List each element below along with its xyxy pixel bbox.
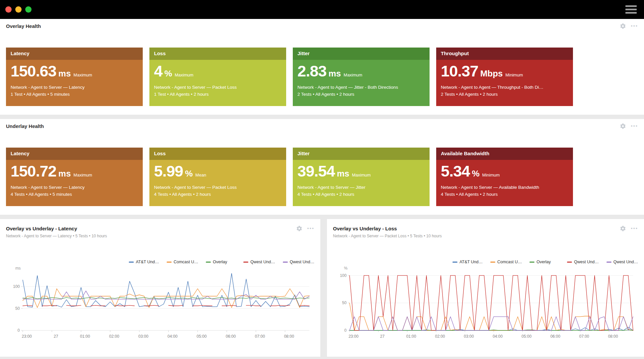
hamburger-menu-icon[interactable] [625,5,637,14]
legend-item[interactable]: Qwest Und… [567,260,599,264]
legend-color-dash [129,262,134,263]
svg-text:27: 27 [380,334,385,339]
chart-subtitle: Network - Agent to Server — Latency • 5 … [6,234,314,238]
legend-label: Qwest Und… [613,260,638,264]
chart-title: Overlay vs Underlay - Latency [6,226,77,231]
legend-label: AT&T Und… [136,260,159,264]
svg-text:08:00: 08:00 [608,334,618,339]
metric-unit: ms [58,169,71,179]
legend-item[interactable]: AT&T Und… [452,260,483,264]
legend-item[interactable]: Qwest Und… [283,260,314,264]
metric-unit: ms [337,169,350,179]
svg-text:08:00: 08:00 [284,334,294,339]
metric-qualifier: Maximum [352,173,370,178]
metric-value: 10.37 [441,62,478,80]
chart-title: Overlay vs Underlay - Loss [333,226,397,231]
card-underlay-bandwidth[interactable]: Available Bandwidth 5.34%Minimum Network… [436,148,573,206]
metric-value: 4 [154,62,162,80]
svg-text:03:00: 03:00 [138,334,149,339]
svg-text:06:00: 06:00 [226,334,236,339]
section-title: Overlay Health [6,23,41,29]
svg-text:04:00: 04:00 [493,334,503,339]
card-overlay-latency[interactable]: Latency 150.63msMaximum Network - Agent … [6,48,143,106]
metric-unit: % [185,169,193,179]
legend-color-dash [490,262,495,263]
svg-text:0: 0 [18,328,20,333]
legend-item[interactable]: Overlay [206,260,227,264]
metric-description: Network - Agent to Server — Jitter [297,184,425,191]
metric-qualifier: Maximum [73,72,92,77]
maximize-window-icon[interactable] [25,6,32,13]
legend-item[interactable]: Comcast U… [490,260,522,264]
metric-description: Network - Agent to Server — Packet Loss [154,184,282,191]
chart-legend: AT&T Und…Comcast U…OverlayQwest Und…Qwes… [333,259,638,265]
metric-qualifier: Maximum [175,72,193,77]
more-options-icon[interactable]: ••• [631,24,638,28]
card-title: Latency [6,148,143,160]
card-title: Loss [149,48,286,60]
legend-item[interactable]: Qwest Und… [243,260,275,264]
legend-item[interactable]: Overlay [529,260,551,264]
metric-description: Network - Agent to Agent — Throughput - … [441,84,568,91]
card-underlay-latency[interactable]: Latency 150.72msMaximum Network - Agent … [6,148,143,206]
card-title: Jitter [293,48,430,60]
card-underlay-loss[interactable]: Loss 5.99%Mean Network - Agent to Server… [149,148,286,206]
metric-value: 150.63 [11,62,56,80]
svg-text:50: 50 [342,300,347,305]
underlay-health-section: Underlay Health ••• Latency 150.72msMaxi… [0,119,644,215]
card-title: Throughput [436,48,573,60]
svg-text:05:00: 05:00 [522,334,531,339]
more-options-icon[interactable]: ••• [631,124,638,128]
more-options-icon[interactable]: ••• [307,227,314,230]
svg-text:0: 0 [344,328,347,333]
card-overlay-throughput[interactable]: Throughput 10.37MbpsMinimum Network - Ag… [436,48,573,106]
underlay-cards-row: Latency 150.72msMaximum Network - Agent … [6,148,638,206]
svg-text:04:00: 04:00 [167,334,178,339]
metric-qualifier: Maximum [73,173,92,178]
svg-text:07:00: 07:00 [579,334,589,339]
legend-color-dash [606,262,611,263]
card-overlay-jitter[interactable]: Jitter 2.83msMaximum Network - Agent to … [293,48,430,106]
card-underlay-jitter[interactable]: Jitter 39.54msMaximum Network - Agent to… [293,148,430,206]
legend-item[interactable]: AT&T Und… [129,260,159,264]
metric-meta: 2 Tests • All Agents • 2 hours [441,91,568,98]
more-options-icon[interactable]: ••• [631,227,638,230]
metric-meta: 4 Tests • All Agents • 2 hours [154,191,282,198]
latency-chart-panel: Overlay vs Underlay - Latency ••• Networ… [0,219,320,357]
svg-text:27: 27 [54,334,58,339]
metric-unit: Mbps [480,68,503,78]
svg-text:06:00: 06:00 [550,334,560,339]
gear-icon[interactable] [620,23,626,29]
metric-description: Network - Agent to Agent — Jitter - Both… [297,84,425,91]
metric-unit: % [472,169,479,179]
legend-item[interactable]: Comcast U… [167,260,198,264]
card-title: Available Bandwidth [436,148,573,160]
close-window-icon[interactable] [5,6,12,13]
legend-label: AT&T Und… [459,260,483,264]
svg-text:01:00: 01:00 [406,334,416,339]
card-title: Loss [149,148,286,160]
gear-icon[interactable] [296,225,302,232]
svg-text:ms: ms [15,266,21,271]
metric-value: 5.99 [154,162,183,180]
svg-text:23:00: 23:00 [349,334,359,339]
metric-qualifier: Minimum [506,72,523,77]
svg-text:100: 100 [340,273,347,278]
loss-line-chart[interactable]: %05010023:002701:0002:0003:0004:0005:000… [333,266,638,349]
svg-text:03:00: 03:00 [464,334,474,339]
metric-qualifier: Mean [196,173,206,178]
traffic-lights [5,6,32,13]
legend-label: Comcast U… [174,260,198,264]
card-overlay-loss[interactable]: Loss 4%Maximum Network - Agent to Server… [149,48,286,106]
latency-line-chart[interactable]: ms05010023:002701:0002:0003:0004:0005:00… [6,266,314,349]
legend-label: Qwest Und… [290,260,314,264]
card-title: Jitter [293,148,430,160]
metric-description: Network - Agent to Server — Latency [11,84,138,91]
gear-icon[interactable] [620,225,626,232]
legend-item[interactable]: Qwest Und… [606,260,638,264]
svg-text:100: 100 [13,284,20,289]
gear-icon[interactable] [620,123,626,129]
minimize-window-icon[interactable] [15,6,22,13]
metric-meta: 4 Tests • All Agents • 2 hours [441,191,568,198]
metric-meta: 1 Test • All Agents • 5 minutes [11,91,138,98]
